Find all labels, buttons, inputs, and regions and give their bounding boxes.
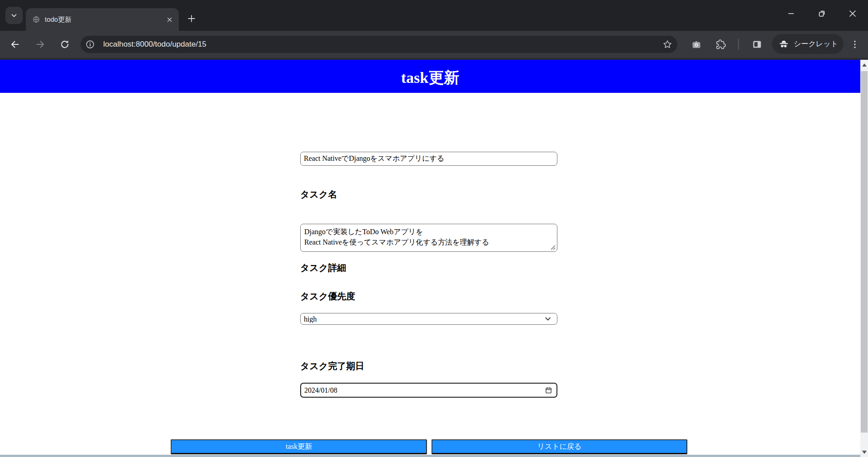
task-priority-label: タスク優先度 <box>300 290 355 303</box>
chevron-down-icon <box>10 11 18 19</box>
plus-icon <box>187 14 197 24</box>
reload-button[interactable] <box>56 35 74 53</box>
side-panel-button[interactable] <box>748 35 766 53</box>
task-name-label: タスク名 <box>300 188 337 201</box>
task-detail-wrap: Djangoで実装したToDo Webアプリを React Nativeを使って… <box>300 224 557 252</box>
url-bar[interactable]: localhost:8000/todo/update/15 <box>81 36 677 53</box>
kebab-menu-icon <box>850 39 860 49</box>
titlebar: todo更新 <box>0 0 868 31</box>
tab-title: todo更新 <box>45 8 72 31</box>
site-info-icon[interactable] <box>85 39 95 49</box>
new-tab-button[interactable] <box>186 13 197 24</box>
bookmark-star-icon[interactable] <box>662 39 672 49</box>
scrollbar-down-arrow[interactable] <box>860 448 868 456</box>
tab-todo-update[interactable]: todo更新 <box>26 8 179 31</box>
page-header: task更新 <box>0 60 860 93</box>
minimize-button[interactable] <box>776 0 806 27</box>
page-scrollbar[interactable] <box>860 60 868 457</box>
scrollbar-thumb[interactable] <box>861 71 868 433</box>
footer-divider <box>0 455 860 457</box>
scrollbar-up-arrow[interactable] <box>860 61 868 69</box>
forward-button[interactable] <box>31 35 49 53</box>
browser-menu-button[interactable] <box>846 35 864 53</box>
incognito-badge: シークレット <box>772 34 844 54</box>
tab-close-button[interactable] <box>165 15 173 24</box>
side-panel-icon <box>752 39 762 50</box>
url-text: localhost:8000/todo/update/15 <box>103 36 206 53</box>
task-update-button[interactable]: task更新 <box>171 439 427 454</box>
toolbar-separator <box>738 39 739 50</box>
incognito-icon <box>778 38 790 50</box>
page-title: task更新 <box>401 65 459 88</box>
task-due-label: タスク完了期日 <box>300 360 364 372</box>
task-detail-label: タスク詳細 <box>300 262 346 274</box>
page-content: task更新 タスク名 タスク詳細 Djangoで実装したToDo Webアプリ… <box>0 60 860 457</box>
close-window-button[interactable] <box>837 0 868 27</box>
restore-button[interactable] <box>806 0 837 27</box>
extensions-button[interactable] <box>712 35 730 53</box>
calendar-icon[interactable] <box>545 386 552 394</box>
back-button[interactable] <box>6 35 24 53</box>
screenshot-extension-button[interactable] <box>687 35 705 53</box>
back-to-list-button[interactable]: リストに戻る <box>432 439 687 454</box>
task-detail-textarea[interactable]: Djangoで実装したToDo Webアプリを React Nativeを使って… <box>300 224 557 252</box>
incognito-label: シークレット <box>794 39 838 49</box>
tab-search-button[interactable] <box>5 7 23 24</box>
window-controls <box>776 0 868 27</box>
camera-icon <box>691 39 702 50</box>
globe-favicon-icon <box>32 15 40 24</box>
task-due-date-input[interactable] <box>300 383 557 398</box>
task-priority-select[interactable]: high <box>300 313 557 325</box>
browser-toolbar: localhost:8000/todo/update/15 シー <box>0 31 868 58</box>
browser-window: todo更新 <box>0 0 868 457</box>
task-name-input[interactable] <box>300 152 557 166</box>
puzzle-icon <box>715 39 726 50</box>
